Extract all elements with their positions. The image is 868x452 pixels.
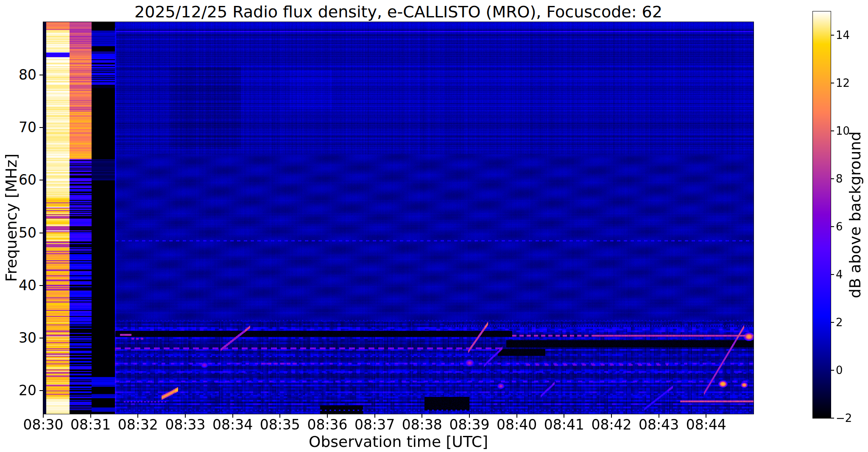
y-tick-mark (39, 180, 43, 180)
colorbar (813, 11, 831, 418)
colorbar-tick-mark (831, 130, 834, 131)
y-axis-label: Frequency [MHz] (3, 154, 20, 282)
plot-title: 2025/12/25 Radio flux density, e-CALLIST… (43, 3, 754, 21)
colorbar-tick-mark (831, 418, 834, 419)
colorbar-tick-label: 2 (836, 316, 865, 328)
y-tick-mark (39, 127, 43, 128)
colorbar-tick-mark (831, 322, 834, 323)
spectrogram-figure: 2025/12/25 Radio flux density, e-CALLIST… (0, 0, 868, 452)
x-axis-label: Observation time [UTC] (43, 433, 754, 450)
y-tick-mark (39, 75, 43, 75)
colorbar-label: dB above background (846, 131, 864, 298)
colorbar-tick-label: −2 (836, 412, 865, 424)
colorbar-canvas (813, 11, 831, 418)
colorbar-tick-label: 14 (836, 29, 865, 41)
colorbar-tick-mark (831, 274, 834, 275)
colorbar-tick-mark (831, 35, 834, 36)
x-tick-label: 08:44 (676, 418, 736, 432)
y-tick-label: 70 (1, 120, 36, 135)
y-tick-label: 30 (1, 331, 36, 345)
colorbar-tick-label: 0 (836, 364, 865, 376)
colorbar-tick-mark (831, 370, 834, 371)
spectrogram-plot (43, 22, 754, 414)
y-tick-mark (39, 285, 43, 286)
spectrogram-canvas (43, 22, 754, 414)
y-tick-label: 20 (1, 383, 36, 398)
colorbar-tick-mark (831, 226, 834, 227)
y-tick-label: 80 (1, 68, 36, 82)
colorbar-tick-mark (831, 83, 834, 83)
colorbar-tick-mark (831, 178, 834, 179)
colorbar-tick-label: 12 (836, 77, 865, 89)
y-tick-mark (39, 390, 43, 391)
y-tick-mark (39, 233, 43, 233)
y-tick-mark (39, 338, 43, 338)
